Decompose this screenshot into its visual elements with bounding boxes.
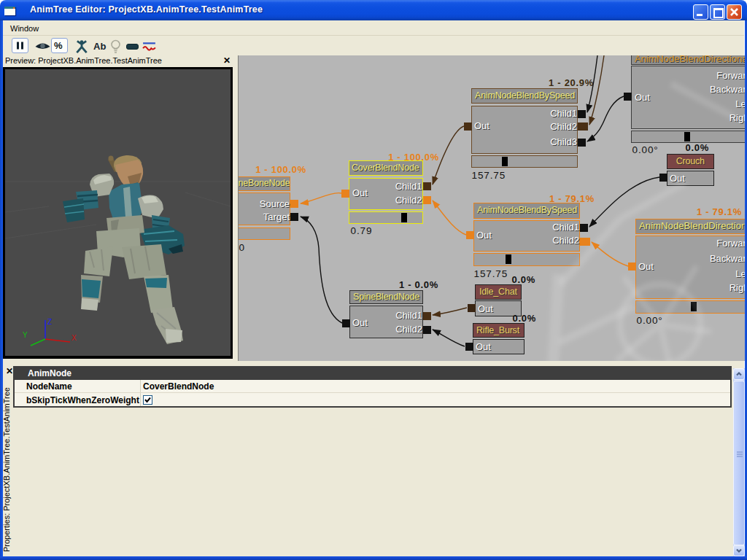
svg-text:X: X bbox=[71, 334, 77, 342]
svg-text:Z: Z bbox=[47, 318, 52, 326]
svg-text:Y: Y bbox=[23, 331, 28, 339]
